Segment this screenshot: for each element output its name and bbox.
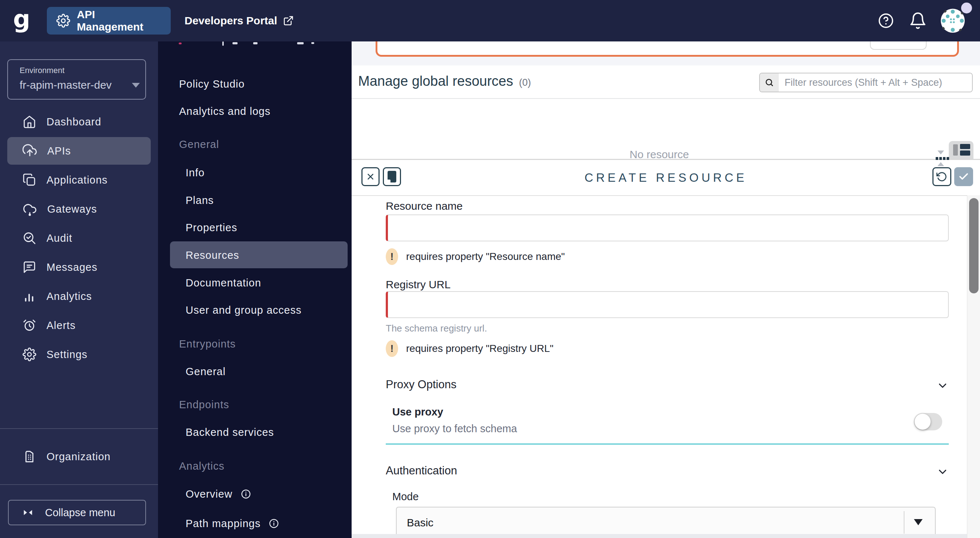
help-icon <box>878 12 894 29</box>
chevron-down-icon[interactable] <box>936 466 949 478</box>
registry-url-label: Registry URL <box>386 278 450 291</box>
sidebar-item-organization[interactable]: Organization <box>0 442 158 471</box>
collapse-menu-button[interactable]: Collapse menu <box>8 500 146 525</box>
alarm-icon <box>22 318 36 332</box>
applications-icon <box>22 173 36 187</box>
resize-drag-handle[interactable] <box>936 157 949 160</box>
sidebar-item-dashboard[interactable]: Dashboard <box>0 107 158 136</box>
mode-label: Mode <box>392 491 419 503</box>
avatar-image <box>940 8 965 33</box>
check-icon <box>958 171 969 182</box>
use-proxy-label: Use proxy <box>392 406 443 418</box>
sidebar-item-settings[interactable]: Settings <box>0 340 158 369</box>
menu-item-documentation[interactable]: Documentation <box>158 268 352 297</box>
filter-resources-input[interactable] <box>779 73 972 92</box>
sidebar-item-applications[interactable]: Applications <box>0 165 158 195</box>
clipped-status-dot <box>179 43 181 44</box>
panel-layout-toggle-button[interactable] <box>949 141 974 159</box>
teal-divider <box>386 444 949 445</box>
use-proxy-toggle[interactable] <box>914 413 942 430</box>
menu-section-endpoints: Endpoints <box>158 390 352 419</box>
dropdown-caret-icon <box>132 83 140 88</box>
home-icon <box>22 115 36 129</box>
menu-item-user-and-group-access[interactable]: User and group access <box>158 295 352 325</box>
warning-icon: ! <box>386 340 398 357</box>
sidebar-item-alerts[interactable]: Alerts <box>0 311 158 340</box>
audit-search-icon <box>22 231 36 245</box>
main-content: Manage global resources (0) No resource <box>352 42 980 538</box>
resources-card: Manage global resources (0) No resource <box>352 65 980 538</box>
save-resource-button[interactable] <box>954 167 973 186</box>
resource-name-error: ! requires property "Resource name" <box>386 248 565 265</box>
menu-item-info[interactable]: Info <box>158 158 352 187</box>
panel-bottom-edge <box>352 534 967 538</box>
menu-item-path-mappings[interactable]: Path mappings <box>158 509 352 538</box>
menu-item-plans[interactable]: Plans <box>158 186 352 215</box>
user-avatar[interactable] <box>940 8 965 33</box>
registry-url-error: ! requires property "Registry URL" <box>386 340 554 357</box>
resource-count: (0) <box>519 77 531 88</box>
menu-item-policy-studio[interactable]: Policy Studio <box>158 69 352 99</box>
error-text: requires property "Resource name" <box>406 251 565 262</box>
notifications-button[interactable] <box>909 12 927 30</box>
divider <box>352 195 967 196</box>
page-title: Manage global resources (0) <box>358 73 531 89</box>
reset-form-button[interactable] <box>932 167 951 186</box>
resize-arrow-up-icon <box>937 162 944 166</box>
gear-icon <box>56 13 70 28</box>
proxy-options-section-title: Proxy Options <box>386 378 457 391</box>
form-scrollbar[interactable] <box>967 195 980 538</box>
api-management-button[interactable]: API Management <box>47 7 171 35</box>
app-root: Manage global resources (0) No resource <box>0 0 980 538</box>
info-icon <box>240 489 251 500</box>
mode-select[interactable]: Basic <box>396 507 936 538</box>
scrollbar-thumb[interactable] <box>969 198 978 293</box>
filter-resources-box <box>759 73 973 93</box>
organization-icon <box>22 450 36 463</box>
menu-item-backend-services[interactable]: Backend services <box>158 418 352 447</box>
create-resource-title: CREATE RESOURCE <box>352 171 980 185</box>
sidebar-item-analytics[interactable]: Analytics <box>0 282 158 311</box>
chevron-down-icon[interactable] <box>936 380 949 392</box>
panel-resize-divider[interactable] <box>352 159 980 160</box>
chat-icon <box>22 260 36 274</box>
menu-item-entrypoints-general[interactable]: General <box>158 357 352 386</box>
info-icon <box>269 518 279 529</box>
sidebar-item-apis[interactable]: APIs <box>0 136 158 165</box>
mode-selected-value: Basic <box>407 517 433 529</box>
menu-item-properties[interactable]: Properties <box>158 213 352 242</box>
top-header: g API Management Developers Portal <box>0 0 980 42</box>
menu-item-resources[interactable]: Resources <box>158 241 352 270</box>
menu-item-analytics-and-logs[interactable]: Analytics and logs <box>158 97 352 126</box>
toggle-knob <box>915 413 931 429</box>
warning-icon: ! <box>386 248 398 265</box>
cloud-upload-icon <box>22 144 37 158</box>
use-proxy-description: Use proxy to fetch schema <box>392 423 517 435</box>
layout-icon <box>953 144 958 156</box>
error-text: requires property "Registry URL" <box>406 343 554 354</box>
environment-selector[interactable]: Environment fr-apim-master-dev <box>7 59 146 100</box>
help-button[interactable] <box>878 12 894 29</box>
gravitee-logo[interactable]: g <box>13 5 30 33</box>
resource-name-input[interactable] <box>386 214 949 241</box>
gear-icon <box>22 348 36 361</box>
api-submenu: Policy Studio Analytics and logs General… <box>158 42 352 538</box>
external-link-icon <box>283 15 294 26</box>
bell-icon <box>909 12 927 30</box>
menu-section-analytics: Analytics <box>158 452 352 481</box>
developers-portal-link[interactable]: Developers Portal <box>185 0 294 42</box>
sidebar-item-gateways[interactable]: Gateways <box>0 195 158 224</box>
page-title-text: Manage global resources <box>358 73 513 89</box>
environment-value: fr-apim-master-dev <box>20 79 111 91</box>
menu-item-overview[interactable]: Overview <box>158 479 352 509</box>
sidebar-item-audit[interactable]: Audit <box>0 224 158 253</box>
registry-url-hint: The schema registry url. <box>386 323 487 334</box>
bar-chart-icon <box>22 289 36 303</box>
resource-name-label: Resource name <box>386 200 463 212</box>
divider <box>0 484 158 485</box>
sidebar-item-messages[interactable]: Messages <box>0 253 158 282</box>
resize-arrow-down-icon <box>937 150 944 155</box>
registry-url-input[interactable] <box>386 291 949 318</box>
menu-section-entrypoints: Entrypoints <box>158 329 352 358</box>
main-sidebar: Environment fr-apim-master-dev Dashboard… <box>0 42 158 538</box>
